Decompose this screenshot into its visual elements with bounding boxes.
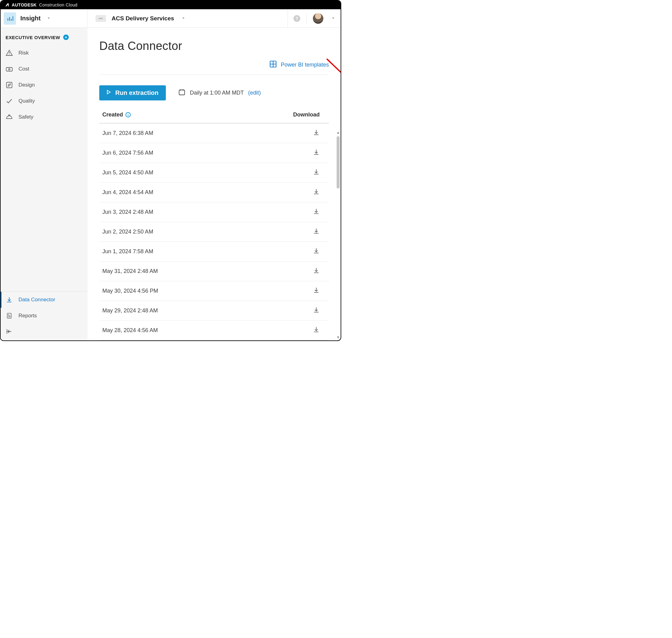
action-row: Run extraction Daily at 1:00 AM MDT (edi… xyxy=(99,75,329,108)
row-created: Jun 6, 2024 7:56 AM xyxy=(102,150,153,156)
extraction-table: Created i Download Jun 7, 2024 6:38 AMJu… xyxy=(99,108,329,340)
download-row-button[interactable] xyxy=(313,287,319,295)
module-name: Insight xyxy=(20,15,41,22)
table-row: Jun 6, 2024 7:56 AM xyxy=(99,143,329,163)
grid-icon xyxy=(269,60,277,70)
header-right: ? xyxy=(288,9,341,28)
powerbi-templates-link[interactable]: Power BI templates xyxy=(99,60,329,75)
hardhat-icon xyxy=(5,113,13,121)
table-row: May 31, 2024 2:48 AM xyxy=(99,262,329,281)
sidebar-item-label: Risk xyxy=(18,50,29,56)
table-row: Jun 4, 2024 4:54 AM xyxy=(99,183,329,202)
sidebar-item-label: Cost xyxy=(18,66,29,72)
warning-triangle-icon xyxy=(5,49,13,57)
download-row-button[interactable] xyxy=(313,326,319,335)
table-row: May 29, 2024 2:48 AM xyxy=(99,301,329,321)
scroll-down-icon[interactable]: ▼ xyxy=(336,334,340,340)
row-created: Jun 3, 2024 2:48 AM xyxy=(102,209,153,215)
sidebar-item-label: Data Connector xyxy=(18,297,55,303)
cash-icon xyxy=(5,65,13,73)
sidebar-item-quality[interactable]: Quality xyxy=(1,93,87,109)
row-created: Jun 7, 2024 6:38 AM xyxy=(102,130,153,136)
table-header: Created i Download xyxy=(99,108,329,123)
avatar[interactable] xyxy=(313,13,323,24)
sidebar-section-label: EXECUTIVE OVERVIEW xyxy=(5,35,60,40)
row-created: Jun 1, 2024 7:58 AM xyxy=(102,248,153,255)
run-extraction-label: Run extraction xyxy=(115,89,159,97)
table-row: Jun 5, 2024 4:50 AM xyxy=(99,163,329,183)
download-row-button[interactable] xyxy=(313,168,319,177)
sidebar-bottom: Data Connector Reports xyxy=(1,291,87,340)
sidebar-item-label: Quality xyxy=(18,98,35,104)
scroll-thumb[interactable] xyxy=(337,136,340,188)
sidebar: EXECUTIVE OVERVIEW + Risk Cost xyxy=(1,28,87,340)
app-body: EXECUTIVE OVERVIEW + Risk Cost xyxy=(1,28,341,340)
download-icon xyxy=(5,296,13,303)
check-icon xyxy=(5,97,13,105)
brand-bar: AUTODESK Construction Cloud xyxy=(1,1,341,9)
app-header: Insight ACC ACS Delivery Services ? xyxy=(1,9,341,28)
scroll-up-icon[interactable]: ▲ xyxy=(336,129,340,136)
info-icon[interactable]: i xyxy=(126,112,131,117)
svg-rect-14 xyxy=(179,90,185,95)
app-window: AUTODESK Construction Cloud Insight ACC … xyxy=(0,0,341,341)
run-extraction-button[interactable]: Run extraction xyxy=(99,85,166,100)
row-created: May 31, 2024 2:48 AM xyxy=(102,268,158,274)
brand-light: Construction Cloud xyxy=(39,2,77,7)
download-row-button[interactable] xyxy=(313,129,319,137)
page-title: Data Connector xyxy=(99,39,329,53)
calendar-icon xyxy=(178,88,185,97)
sidebar-collapse[interactable] xyxy=(1,324,87,340)
chevron-down-icon xyxy=(182,16,185,21)
sidebar-item-safety[interactable]: Safety xyxy=(1,109,87,125)
module-switcher[interactable]: Insight xyxy=(1,9,87,28)
download-row-button[interactable] xyxy=(313,228,319,236)
table-row: Jun 1, 2024 7:58 AM xyxy=(99,242,329,262)
svg-point-7 xyxy=(9,69,10,70)
download-row-button[interactable] xyxy=(313,267,319,275)
col-created-label: Created xyxy=(102,112,123,118)
acc-logo-icon: ACC xyxy=(96,15,106,22)
chevron-down-icon[interactable] xyxy=(331,16,335,21)
download-row-button[interactable] xyxy=(313,188,319,197)
sidebar-item-label: Reports xyxy=(18,313,37,319)
svg-rect-6 xyxy=(6,67,12,71)
sidebar-item-label: Safety xyxy=(18,114,33,120)
project-switcher[interactable]: ACC ACS Delivery Services xyxy=(87,15,288,22)
scrollbar[interactable]: ▲ ▼ xyxy=(336,129,341,340)
autodesk-logo-icon xyxy=(5,3,9,7)
project-name: ACS Delivery Services xyxy=(112,15,174,22)
sidebar-item-cost[interactable]: Cost xyxy=(1,61,87,77)
sidebar-nav: Risk Cost Design xyxy=(1,45,87,125)
table-row: May 30, 2024 4:56 PM xyxy=(99,281,329,301)
row-created: Jun 2, 2024 2:50 AM xyxy=(102,229,153,235)
schedule-edit-link[interactable]: (edit) xyxy=(248,90,261,96)
table-row: Jun 7, 2024 6:38 AM xyxy=(99,123,329,143)
download-row-button[interactable] xyxy=(313,247,319,256)
schedule-text: Daily at 1:00 AM MDT xyxy=(190,90,244,96)
collapse-left-icon xyxy=(5,331,12,336)
chevron-down-icon xyxy=(47,16,51,21)
col-download-label: Download xyxy=(293,112,319,118)
download-row-button[interactable] xyxy=(313,208,319,216)
download-row-button[interactable] xyxy=(313,306,319,315)
row-created: May 30, 2024 4:56 PM xyxy=(102,288,158,294)
help-icon[interactable]: ? xyxy=(293,15,300,22)
sidebar-item-risk[interactable]: Risk xyxy=(1,45,87,61)
row-created: May 28, 2024 4:56 AM xyxy=(102,327,158,334)
row-created: Jun 5, 2024 4:50 AM xyxy=(102,169,153,176)
table-row: Jun 2, 2024 2:50 AM xyxy=(99,222,329,242)
sidebar-item-reports[interactable]: Reports xyxy=(1,308,87,324)
add-dashboard-icon[interactable]: + xyxy=(63,34,69,40)
table-row: Jun 3, 2024 2:48 AM xyxy=(99,202,329,222)
sidebar-item-design[interactable]: Design xyxy=(1,77,87,93)
row-created: May 29, 2024 2:48 AM xyxy=(102,307,158,314)
brand-strong: AUTODESK xyxy=(12,2,37,7)
sidebar-item-data-connector[interactable]: Data Connector xyxy=(1,292,87,308)
table-body: Jun 7, 2024 6:38 AMJun 6, 2024 7:56 AMJu… xyxy=(99,123,329,340)
pencil-square-icon xyxy=(5,81,13,89)
report-icon xyxy=(5,312,13,319)
download-row-button[interactable] xyxy=(313,149,319,157)
svg-point-5 xyxy=(9,54,10,55)
powerbi-link-label: Power BI templates xyxy=(281,62,329,68)
